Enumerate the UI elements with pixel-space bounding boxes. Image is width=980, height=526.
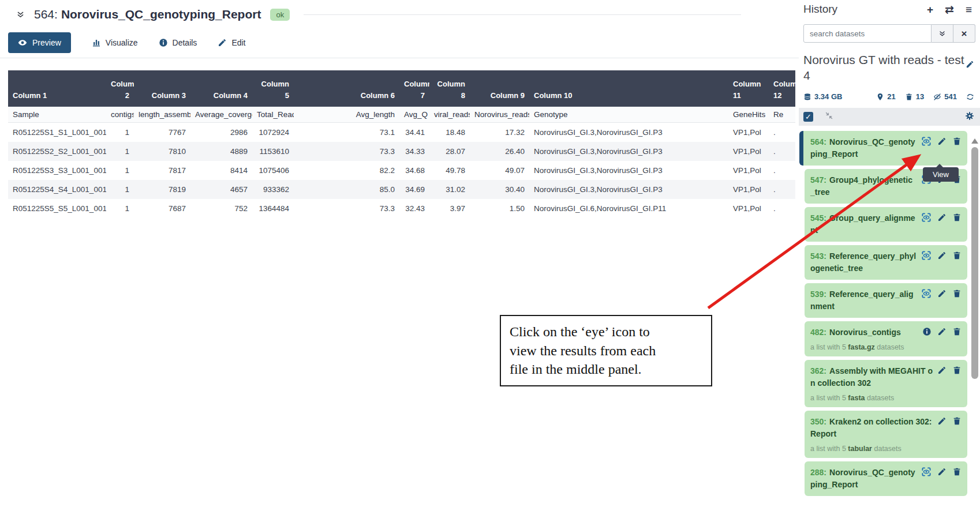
history-panel: History + ⇄ ≡ × Norovirus GT with reads … xyxy=(799,0,980,526)
edit-attributes-icon[interactable] xyxy=(937,213,947,223)
details-button[interactable]: Details xyxy=(159,38,197,47)
view-eye-icon[interactable] xyxy=(921,251,932,261)
history-name: Norovirus GT with reads - test 4 xyxy=(803,52,966,83)
history-dataset-item[interactable]: 564:Norovirus_QC_genotyping_Report xyxy=(799,131,967,166)
active-datasets-stat[interactable]: 21 xyxy=(876,92,895,101)
delete-icon[interactable] xyxy=(952,467,962,477)
header-divider xyxy=(304,14,741,15)
table-cell: 85.0 xyxy=(294,180,399,199)
table-cell: 752 xyxy=(190,199,252,218)
status-badge: ok xyxy=(270,9,290,21)
hidden-datasets-stat[interactable]: 541 xyxy=(933,92,957,101)
view-tooltip: View xyxy=(923,167,959,182)
delete-icon[interactable] xyxy=(952,251,962,261)
history-dataset-item[interactable]: 288:Norovirus_QC_genotyping_Report xyxy=(805,461,967,496)
history-search-row: × xyxy=(803,24,975,43)
table-cell: . xyxy=(769,123,795,142)
edit-attributes-icon[interactable] xyxy=(937,327,947,336)
table-cell: 28.07 xyxy=(429,142,470,161)
table-cell: . xyxy=(769,161,795,180)
history-name-row: Norovirus GT with reads - test 4 xyxy=(803,52,974,83)
delete-icon[interactable] xyxy=(952,366,962,375)
dataset-item-name: Kraken2 on collection 302: Report xyxy=(810,417,932,438)
history-dataset-item[interactable]: 539:Reference_query_alignment xyxy=(805,283,967,318)
advanced-search-chevrons-icon[interactable] xyxy=(932,24,953,43)
table-row: R051225S3_S3_L001_001178178414107540682.… xyxy=(8,161,795,180)
history-dataset-item[interactable]: 482:Norovirus_contigs a list with 5 fast… xyxy=(805,321,967,356)
column-header: Column 9 xyxy=(470,70,529,107)
delete-icon[interactable] xyxy=(952,416,962,426)
edit-attributes-icon[interactable] xyxy=(937,289,947,299)
history-dataset-item[interactable]: 350:Kraken2 on collection 302: Report a … xyxy=(805,411,967,458)
galaxy-page: 564:Norovirus_QC_genotyping_Report ok Pr… xyxy=(0,0,980,526)
table-cell: 7767 xyxy=(134,123,190,142)
collapse-items-icon[interactable] xyxy=(825,111,833,122)
report-table: Column 1Column 2Column 3Column 4Column 5… xyxy=(8,70,795,218)
dataset-title-row: 564:Norovirus_QC_genotyping_Report ok xyxy=(0,0,799,25)
scrollbar-up-arrow[interactable] xyxy=(971,138,978,144)
dataset-item-id: 564: xyxy=(810,137,826,146)
table-cell: NorovirusGI_GI.3,NorovirusGI_GI.P3 xyxy=(529,142,728,161)
view-eye-icon[interactable] xyxy=(921,289,932,299)
edit-attributes-icon[interactable] xyxy=(937,366,947,375)
table-cell: 4657 xyxy=(190,180,252,199)
edit-attributes-icon[interactable] xyxy=(937,416,947,426)
table-cell: VP1,Pol xyxy=(728,142,769,161)
clear-search-icon[interactable]: × xyxy=(953,24,975,43)
refresh-history-icon[interactable] xyxy=(966,93,974,101)
dataset-preview-panel: 564:Norovirus_QC_genotyping_Report ok Pr… xyxy=(0,0,799,526)
dataset-item-actions xyxy=(921,289,962,299)
table-cell: . xyxy=(769,180,795,199)
history-dataset-item[interactable]: 545:Group_query_alignment xyxy=(805,207,967,242)
delete-icon[interactable] xyxy=(952,137,962,146)
view-eye-icon[interactable] xyxy=(921,213,932,223)
table-cell: NorovirusGI_GI.6,NorovirusGI_GI.P11 xyxy=(529,199,728,218)
dataset-item-actions xyxy=(921,213,962,223)
visualize-button[interactable]: Visualize xyxy=(92,38,138,47)
view-eye-icon[interactable] xyxy=(921,467,932,477)
scrollbar-thumb[interactable] xyxy=(971,147,978,379)
info-icon xyxy=(159,38,168,47)
delete-icon[interactable] xyxy=(952,213,962,223)
preview-button[interactable]: Preview xyxy=(8,32,71,53)
history-stats-row: 3.34 GB 21 13 541 xyxy=(803,92,974,101)
field-header: viral_reads% xyxy=(429,107,470,123)
edit-attributes-icon[interactable] xyxy=(937,467,947,477)
table-cell: 17.32 xyxy=(470,123,529,142)
edit-button[interactable]: Edit xyxy=(218,38,245,47)
switch-history-icon[interactable]: ⇄ xyxy=(945,4,954,15)
history-settings-gear-icon[interactable] xyxy=(965,111,974,123)
table-cell: 4889 xyxy=(190,142,252,161)
table-cell: NorovirusGI_GI.3,NorovirusGI_GI.P3 xyxy=(529,123,728,142)
history-options-menu-icon[interactable]: ≡ xyxy=(966,4,972,15)
collapse-chevrons-icon[interactable] xyxy=(16,10,25,19)
table-cell: 30.40 xyxy=(470,180,529,199)
table-cell: . xyxy=(769,199,795,218)
info-icon[interactable] xyxy=(922,327,932,336)
database-icon xyxy=(803,93,811,101)
table-row: R051225S2_S2_L001_001178104889115361073.… xyxy=(8,142,795,161)
delete-icon[interactable] xyxy=(952,289,962,299)
edit-attributes-icon[interactable] xyxy=(937,137,947,146)
dataset-toolbar: Preview Visualize Details Edit xyxy=(0,28,799,58)
new-history-plus-icon[interactable]: + xyxy=(927,4,933,15)
dataset-item-id: 539: xyxy=(810,290,826,299)
column-header: Column 11 xyxy=(728,70,769,107)
delete-icon[interactable] xyxy=(952,327,962,336)
table-cell: 73.3 xyxy=(294,199,399,218)
field-header: Genotype xyxy=(529,107,728,123)
view-eye-icon[interactable] xyxy=(921,137,932,146)
table-cell: . xyxy=(769,142,795,161)
edit-history-name-icon[interactable] xyxy=(966,60,974,83)
deleted-datasets-stat[interactable]: 13 xyxy=(905,92,924,101)
table-row: R051225S1_S1_L001_001177672986107292473.… xyxy=(8,123,795,142)
history-dataset-item[interactable]: 362:Assembly with MEGAHIT on collection … xyxy=(805,360,967,407)
column-header: Column 10 xyxy=(529,70,728,107)
select-all-checkbox[interactable]: ✓ xyxy=(803,112,813,122)
table-cell: R051225S4_S4_L001_001 xyxy=(8,180,106,199)
edit-attributes-icon[interactable] xyxy=(937,251,947,261)
search-datasets-input[interactable] xyxy=(803,24,932,43)
history-dataset-item[interactable]: 543:Reference_query_phylogenetic_tree xyxy=(805,245,967,280)
dataset-item-id: 482: xyxy=(810,328,826,337)
table-cell: 1.50 xyxy=(470,199,529,218)
